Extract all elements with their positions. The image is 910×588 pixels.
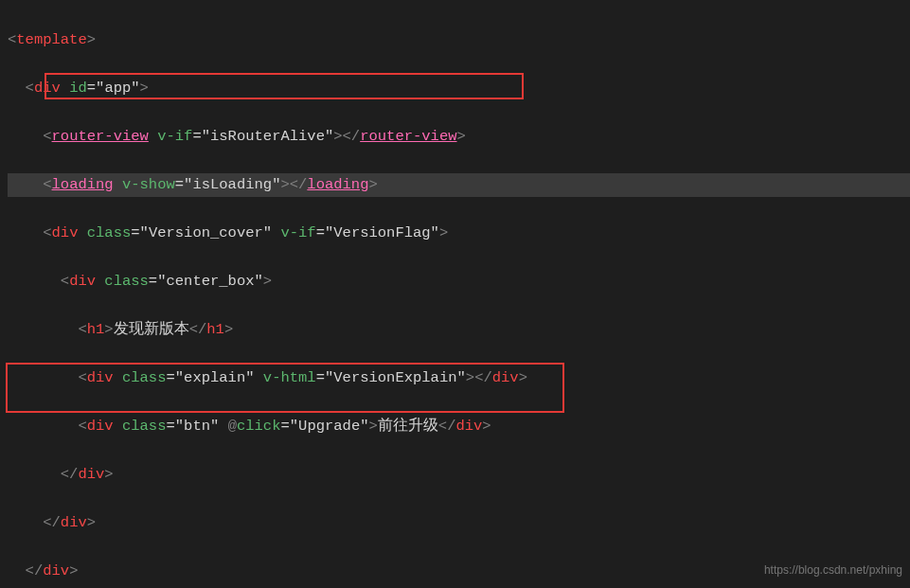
code-line: <template> [8, 28, 910, 53]
code-line: <router-view v-if="isRouterAlive"></rout… [8, 125, 910, 150]
code-line: <div class="btn" @click="Upgrade">前往升级</… [8, 415, 910, 439]
code-editor[interactable]: <template> <div id="app"> <router-view v… [0, 0, 910, 588]
watermark-text: https://blog.csdn.net/pxhing [764, 559, 902, 583]
code-line: <div class="Version_cover" v-if="Version… [8, 222, 910, 246]
code-line: <div class="center_box"> [8, 270, 910, 294]
code-line: <div class="explain" v-html="VersionExpl… [8, 366, 910, 391]
code-line-current: <loading v-show="isLoading"></loading> [8, 173, 910, 198]
code-line: </div> [8, 511, 910, 536]
code-line: <h1>发现新版本</h1> [8, 318, 910, 343]
code-line: </div> [8, 463, 910, 488]
code-line: <div id="app"> [8, 77, 910, 101]
